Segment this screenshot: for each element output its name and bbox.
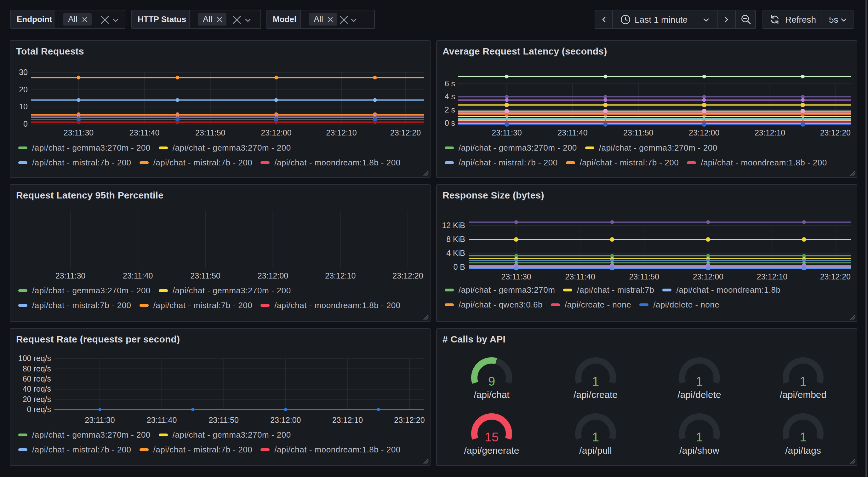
svg-text:23:11:50: 23:11:50 — [209, 416, 239, 424]
svg-text:0 B: 0 B — [453, 263, 465, 271]
svg-text:23:11:30: 23:11:30 — [501, 272, 531, 281]
svg-text:80 req/s: 80 req/s — [23, 364, 51, 373]
svg-text:23:11:50: 23:11:50 — [195, 128, 225, 137]
svg-text:23:12:10: 23:12:10 — [757, 272, 787, 281]
svg-text:9: 9 — [488, 374, 495, 388]
svg-text:23:11:30: 23:11:30 — [85, 416, 115, 424]
svg-text:10: 10 — [19, 102, 28, 111]
svg-text:0 s: 0 s — [445, 118, 455, 127]
svg-text:23:11:40: 23:11:40 — [557, 128, 587, 137]
svg-text:23:11:50: 23:11:50 — [623, 128, 653, 137]
svg-text:1: 1 — [592, 430, 599, 444]
svg-text:12 KiB: 12 KiB — [442, 221, 465, 230]
svg-text:23:12:00: 23:12:00 — [258, 271, 288, 280]
svg-text:4 KiB: 4 KiB — [446, 248, 465, 258]
svg-text:23:12:00: 23:12:00 — [689, 128, 719, 137]
svg-text:0 req/s: 0 req/s — [27, 405, 51, 414]
svg-text:60 req/s: 60 req/s — [23, 374, 51, 383]
svg-text:1: 1 — [800, 374, 807, 388]
svg-text:23:11:40: 23:11:40 — [129, 128, 159, 137]
svg-text:8 KiB: 8 KiB — [446, 235, 465, 243]
svg-text:23:12:10: 23:12:10 — [326, 128, 356, 137]
svg-text:23:12:00: 23:12:00 — [261, 128, 291, 137]
svg-text:/api/pull: /api/pull — [579, 445, 612, 455]
svg-text:1: 1 — [800, 430, 807, 444]
svg-text:0: 0 — [23, 119, 28, 128]
svg-text:1: 1 — [696, 430, 703, 444]
svg-text:23:11:40: 23:11:40 — [123, 271, 153, 280]
svg-text:20: 20 — [19, 85, 28, 94]
svg-text:30: 30 — [19, 68, 28, 77]
svg-text:40 req/s: 40 req/s — [23, 384, 51, 393]
svg-text:2 s: 2 s — [445, 105, 455, 114]
svg-text:1: 1 — [696, 374, 703, 388]
svg-text:23:12:10: 23:12:10 — [325, 271, 355, 280]
svg-text:23:11:50: 23:11:50 — [190, 271, 220, 280]
svg-text:/api/generate: /api/generate — [464, 445, 519, 455]
svg-text:23:11:40: 23:11:40 — [565, 272, 595, 281]
svg-text:23:11:40: 23:11:40 — [147, 416, 177, 424]
svg-text:15: 15 — [485, 430, 499, 444]
svg-text:/api/embed: /api/embed — [780, 389, 827, 400]
svg-text:23:11:30: 23:11:30 — [492, 128, 522, 137]
svg-text:100 req/s: 100 req/s — [18, 354, 51, 363]
svg-text:23:11:30: 23:11:30 — [64, 128, 94, 137]
svg-text:23:11:30: 23:11:30 — [56, 271, 85, 280]
svg-text:/api/create: /api/create — [574, 389, 618, 400]
svg-text:23:11:50: 23:11:50 — [629, 272, 659, 281]
svg-text:23:12:20: 23:12:20 — [820, 128, 851, 137]
svg-text:23:12:20: 23:12:20 — [394, 416, 425, 424]
svg-text:4 s: 4 s — [445, 92, 455, 101]
svg-text:23:12:00: 23:12:00 — [693, 272, 723, 281]
svg-text:23:12:10: 23:12:10 — [755, 128, 785, 137]
svg-text:23:12:20: 23:12:20 — [820, 272, 851, 281]
svg-text:23:12:10: 23:12:10 — [332, 416, 363, 424]
svg-text:/api/show: /api/show — [679, 445, 719, 455]
svg-text:23:12:00: 23:12:00 — [270, 416, 301, 424]
svg-text:20 req/s: 20 req/s — [23, 395, 51, 404]
svg-text:/api/chat: /api/chat — [474, 389, 509, 400]
svg-text:6 s: 6 s — [445, 79, 455, 88]
svg-text:/api/delete: /api/delete — [678, 389, 721, 400]
svg-text:23:12:20: 23:12:20 — [393, 271, 423, 280]
svg-text:/api/tags: /api/tags — [785, 445, 821, 455]
svg-text:1: 1 — [592, 374, 599, 388]
svg-text:23:12:20: 23:12:20 — [390, 128, 421, 137]
